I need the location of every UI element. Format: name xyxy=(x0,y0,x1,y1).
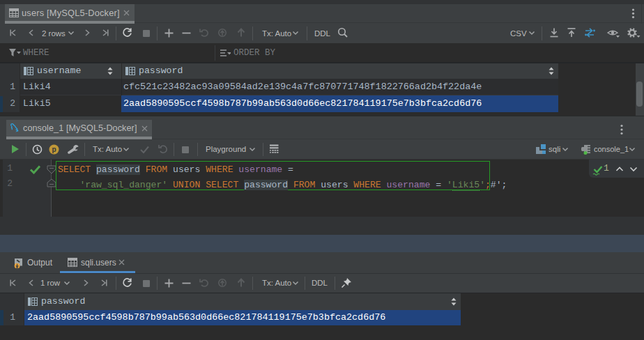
svg-text:p: p xyxy=(52,146,56,153)
